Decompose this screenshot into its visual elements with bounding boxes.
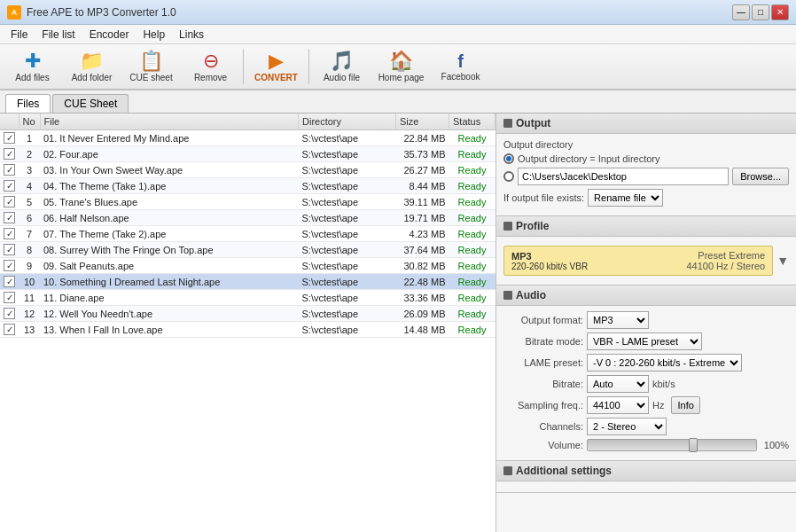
table-row[interactable]: 404. The Theme (Take 1).apeS:\vctest\ape…: [0, 178, 496, 194]
file-directory: S:\vctest\ape: [299, 130, 396, 146]
output-format-select[interactable]: MP3: [587, 311, 649, 329]
home-page-button[interactable]: 🏠 Home page: [372, 46, 430, 87]
file-status: Ready: [449, 210, 496, 226]
facebook-button[interactable]: f Facebook: [432, 46, 489, 87]
file-checkbox[interactable]: [4, 180, 15, 192]
table-header-row: No File Directory Size Status: [0, 113, 496, 130]
table-row[interactable]: 1313. When I Fall In Love.apeS:\vctest\a…: [0, 322, 496, 338]
table-row[interactable]: 101. It Never Entered My Mind.apeS:\vcte…: [0, 130, 496, 146]
toolbar: ✚ Add files 📁 Add folder 📋 CUE sheet ⊖ R…: [0, 44, 796, 90]
file-status: Ready: [449, 290, 496, 306]
if-exists-label: If output file exists:: [503, 192, 584, 203]
menu-encoder[interactable]: Encoder: [82, 27, 137, 43]
table-row[interactable]: 1111. Diane.apeS:\vctest\ape33.36 MBRead…: [0, 290, 496, 306]
add-files-button[interactable]: ✚ Add files: [4, 46, 61, 87]
file-checkbox[interactable]: [4, 276, 15, 287]
file-checkbox[interactable]: [4, 308, 15, 319]
table-row[interactable]: 606. Half Nelson.apeS:\vctest\ape19.71 M…: [0, 210, 496, 226]
file-size: 22.48 MB: [396, 274, 449, 290]
file-checkbox[interactable]: [4, 324, 15, 335]
file-checkbox[interactable]: [4, 196, 15, 207]
audio-section-title: Audio: [516, 289, 546, 301]
menu-help[interactable]: Help: [136, 27, 172, 43]
channels-select[interactable]: 2 - Stereo: [587, 418, 667, 435]
radio-custom-dir[interactable]: [503, 171, 514, 182]
minimize-button[interactable]: —: [732, 4, 750, 20]
menu-file-list[interactable]: File list: [35, 27, 82, 43]
lame-preset-label: LAME preset:: [503, 357, 583, 368]
table-row[interactable]: 202. Four.apeS:\vctest\ape35.73 MBReady: [0, 146, 496, 162]
file-checkbox[interactable]: [4, 228, 15, 239]
file-name: 12. Well You Needn't.ape: [40, 306, 299, 322]
tab-cue-sheet[interactable]: CUE Sheet: [52, 94, 129, 113]
col-check: [0, 113, 19, 130]
file-status: Ready: [449, 242, 496, 258]
file-name: 07. The Theme (Take 2).ape: [40, 226, 299, 242]
add-folder-button[interactable]: 📁 Add folder: [63, 46, 121, 87]
add-files-icon: ✚: [25, 51, 41, 71]
info-button[interactable]: Info: [671, 396, 699, 414]
file-size: 19.71 MB: [396, 210, 449, 226]
audio-section-icon: [503, 291, 512, 300]
profile-box: MP3 220-260 kbit/s VBR Preset Extreme 44…: [503, 246, 773, 276]
table-row[interactable]: 1212. Well You Needn't.apeS:\vctest\ape2…: [0, 306, 496, 322]
file-checkbox[interactable]: [4, 148, 15, 160]
convert-button[interactable]: ▶ CONVERT: [247, 46, 305, 87]
table-row[interactable]: 1010. Something I Dreamed Last Night.ape…: [0, 274, 496, 290]
audio-file-button[interactable]: 🎵 Audio file: [313, 46, 371, 87]
table-row[interactable]: 909. Salt Peanuts.apeS:\vctest\ape30.82 …: [0, 258, 496, 274]
table-row[interactable]: 808. Surrey With The Fringe On Top.apeS:…: [0, 242, 496, 258]
table-row[interactable]: 505. Trane's Blues.apeS:\vctest\ape39.11…: [0, 194, 496, 210]
file-name: 01. It Never Entered My Mind.ape: [40, 130, 299, 146]
radio-input-dir[interactable]: [503, 153, 514, 164]
volume-slider-thumb[interactable]: [689, 438, 698, 452]
add-files-label: Add files: [15, 73, 49, 82]
file-status: Ready: [449, 226, 496, 242]
channels-label: Channels:: [503, 421, 583, 432]
if-exists-select[interactable]: Rename file: [588, 189, 663, 207]
bitrate-row: Bitrate: Auto kbit/s: [503, 375, 789, 393]
file-checkbox[interactable]: [4, 292, 15, 303]
bitrate-select[interactable]: Auto: [587, 375, 649, 393]
file-size: 14.48 MB: [396, 322, 449, 338]
bitrate-mode-select[interactable]: VBR - LAME preset: [587, 332, 702, 350]
menu-file[interactable]: File: [4, 27, 35, 43]
file-name: 09. Salt Peanuts.ape: [40, 258, 299, 274]
file-directory: S:\vctest\ape: [299, 178, 396, 194]
profile-bitrate: 220-260 kbit/s VBR: [511, 262, 588, 271]
tab-files[interactable]: Files: [5, 94, 51, 113]
titlebar-controls: — □ ✕: [732, 4, 789, 20]
file-number: 11: [19, 290, 40, 306]
lame-preset-select[interactable]: -V 0 : 220-260 kbit/s - Extreme: [587, 354, 742, 372]
additional-section-header: Additional settings: [496, 461, 796, 481]
additional-settings-section: Additional settings: [496, 461, 796, 493]
menu-links[interactable]: Links: [172, 27, 211, 43]
file-checkbox[interactable]: [4, 164, 15, 176]
profile-preset: Preset Extreme: [686, 250, 765, 261]
file-directory: S:\vctest\ape: [299, 322, 396, 338]
close-button[interactable]: ✕: [771, 4, 789, 20]
file-status: Ready: [449, 162, 496, 178]
bitrate-mode-label: Bitrate mode:: [503, 336, 583, 347]
file-name: 11. Diane.ape: [40, 290, 299, 306]
cue-sheet-button[interactable]: 📋 CUE sheet: [122, 46, 180, 87]
file-checkbox[interactable]: [4, 260, 15, 271]
remove-icon: ⊖: [203, 51, 219, 71]
sampling-freq-select[interactable]: 44100: [587, 396, 649, 414]
facebook-label: Facebook: [441, 72, 480, 82]
file-directory: S:\vctest\ape: [299, 226, 396, 242]
audio-file-icon: 🎵: [330, 51, 354, 71]
remove-button[interactable]: ⊖ Remove: [182, 46, 239, 87]
file-checkbox[interactable]: [4, 244, 15, 255]
volume-slider[interactable]: [587, 439, 757, 451]
file-checkbox[interactable]: [4, 132, 15, 144]
additional-section-title: Additional settings: [516, 465, 612, 477]
table-row[interactable]: 707. The Theme (Take 2).apeS:\vctest\ape…: [0, 226, 496, 242]
file-checkbox[interactable]: [4, 212, 15, 223]
maximize-button[interactable]: □: [752, 4, 769, 20]
profile-dropdown-arrow[interactable]: ▼: [776, 254, 789, 268]
table-row[interactable]: 303. In Your Own Sweet Way.apeS:\vctest\…: [0, 162, 496, 178]
custom-dir-input[interactable]: [518, 168, 729, 185]
browse-button[interactable]: Browse...: [732, 168, 789, 185]
file-status: Ready: [449, 130, 496, 146]
